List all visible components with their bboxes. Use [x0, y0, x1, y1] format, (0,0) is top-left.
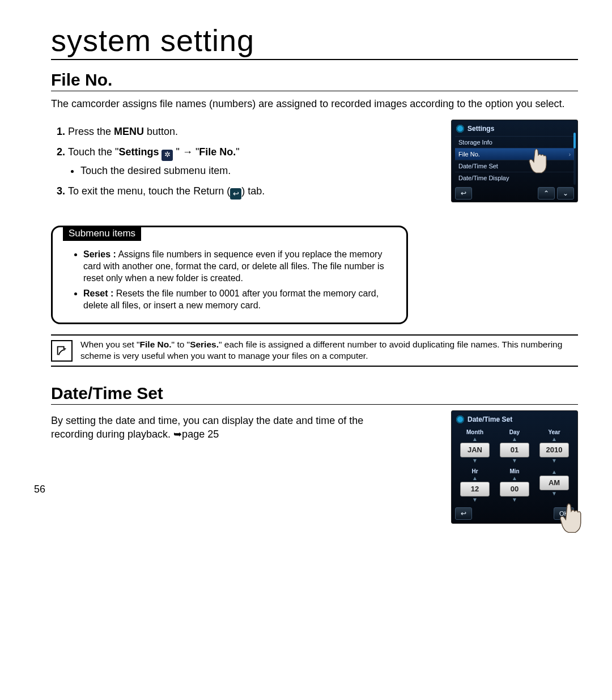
device-item-date-time-set[interactable]: Date/Time Set: [455, 160, 574, 172]
note-text: When you set "File No." to "Series." eac…: [80, 339, 578, 362]
chevron-down-icon[interactable]: ▼: [472, 458, 478, 464]
hour-spinner[interactable]: Hr ▲ 12 ▼: [459, 468, 491, 503]
ampm-spinner[interactable]: ▲ AM ▼: [538, 468, 570, 503]
date-spinner-row: Month ▲ JAN ▼ Day ▲ 01 ▼ Year ▲ 2010: [455, 429, 574, 464]
chevron-down-icon[interactable]: ▼: [512, 497, 517, 503]
chevron-down-icon[interactable]: ▼: [551, 458, 557, 464]
device-item-date-time-display[interactable]: Date/Time Display: [455, 172, 574, 184]
day-value: 01: [500, 443, 529, 457]
chevron-down-icon[interactable]: ▼: [551, 491, 557, 497]
ampm-value: AM: [539, 476, 569, 490]
section-title-date-time: Date/Time Set: [51, 384, 578, 405]
year-spinner[interactable]: Year ▲ 2010 ▼: [538, 429, 570, 464]
device-settings-screenshot: Settings Storage Info File No.› Date/Tim…: [451, 120, 578, 202]
note-block: When you set "File No." to "Series." eac…: [51, 334, 578, 366]
chevron-up-icon[interactable]: ▲: [472, 476, 478, 481]
step-2: Touch the "Settings ✲ " → "File No." Tou…: [68, 145, 391, 178]
chevron-up-icon[interactable]: ▲: [512, 436, 517, 442]
step-1: Press the MENU button.: [68, 124, 391, 139]
chapter-title: system setting: [51, 23, 578, 60]
page-number: 56: [34, 483, 45, 495]
gear-icon: [456, 415, 464, 423]
device-header: Settings: [455, 124, 574, 136]
chevron-up-icon[interactable]: ▲: [551, 436, 557, 442]
month-value: JAN: [460, 443, 490, 457]
month-spinner[interactable]: Month ▲ JAN ▼: [459, 429, 491, 464]
step-3: To exit the menu, touch the Return (↩) t…: [68, 184, 391, 200]
chevron-up-icon[interactable]: ▲: [512, 476, 517, 481]
device2-ok-button[interactable]: OK: [554, 507, 574, 520]
step-2-sub: Touch the desired submenu item.: [80, 163, 391, 178]
note-icon: [51, 340, 73, 362]
return-icon: ↩: [230, 188, 241, 200]
device-scrollbar[interactable]: [573, 133, 576, 185]
device-item-file-no[interactable]: File No.›: [455, 148, 574, 160]
chevron-up-icon[interactable]: ▲: [472, 436, 478, 442]
submenu-series: Series : Assigns file numbers in sequenc…: [83, 249, 396, 284]
intro-date-time: By setting the date and time, you can di…: [51, 414, 402, 442]
device-up-button[interactable]: ⌃: [538, 187, 555, 200]
device-item-storage-info[interactable]: Storage Info: [455, 136, 574, 148]
submenu-items-box: Submenu items Series : Assigns file numb…: [51, 226, 408, 324]
intro-file-no: The camcorder assigns file names (number…: [51, 97, 578, 111]
device2-header: Date/Time Set: [455, 414, 574, 427]
gear-icon: ✲: [162, 150, 173, 161]
gear-icon: [456, 125, 464, 133]
chevron-right-icon: ›: [569, 151, 571, 158]
minute-spinner[interactable]: Min ▲ 00 ▼: [499, 468, 530, 503]
chevron-down-icon[interactable]: ▼: [512, 458, 517, 464]
submenu-items-label: Submenu items: [63, 226, 141, 241]
time-spinner-row: Hr ▲ 12 ▼ Min ▲ 00 ▼ ▲ AM: [455, 468, 574, 503]
device2-return-button[interactable]: ↩: [455, 507, 472, 520]
steps-list: Press the MENU button. Touch the "Settin…: [51, 124, 391, 200]
device-down-button[interactable]: ⌄: [557, 187, 574, 200]
device-datetime-screenshot: Date/Time Set Month ▲ JAN ▼ Day ▲ 01 ▼: [451, 410, 578, 524]
submenu-reset: Reset : Resets the file number to 0001 a…: [83, 288, 396, 312]
minute-value: 00: [500, 482, 529, 497]
chevron-down-icon[interactable]: ▼: [472, 497, 478, 503]
chevron-up-icon[interactable]: ▲: [551, 469, 557, 475]
day-spinner[interactable]: Day ▲ 01 ▼: [499, 429, 530, 464]
year-value: 2010: [539, 443, 569, 457]
hour-value: 12: [460, 482, 490, 497]
device-return-button[interactable]: ↩: [455, 187, 472, 200]
section-title-file-no: File No.: [51, 70, 578, 91]
